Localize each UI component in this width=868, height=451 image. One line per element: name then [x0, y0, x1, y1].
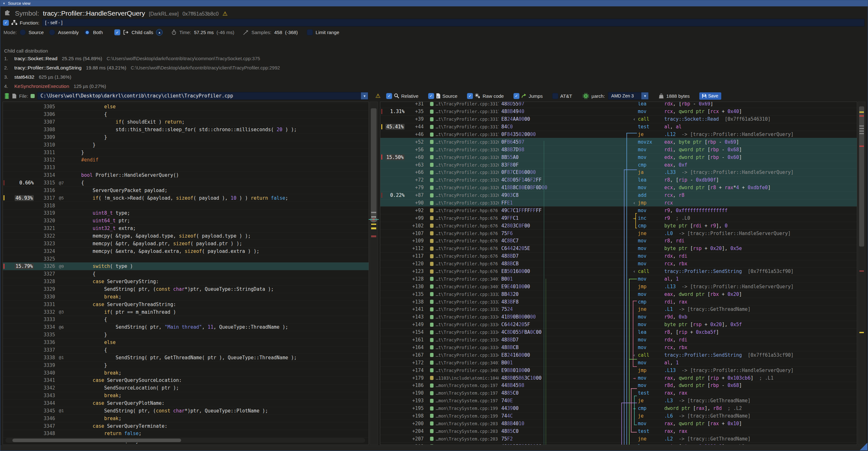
asm-source-location[interactable]: …mon\TracySystem.cpp:258 — [436, 444, 499, 445]
asm-source-location[interactable]: …t\TracyProfiler.cpp:3334 — [436, 337, 499, 342]
asm-source-location[interactable]: …t\TracyProfiler.cpp:3401 — [436, 368, 499, 373]
source-line[interactable]: 3335} — [3, 331, 369, 338]
asm-row[interactable]: +72…t\TracyProfiler.cpp:33264C8D05F146F2… — [380, 176, 857, 184]
asm-source-location[interactable]: …t\TracyProfiler.hpp:676 — [436, 246, 499, 251]
asm-row[interactable]: +123…t\TracyProfiler.hpp:676E850160000‹c… — [380, 268, 857, 275]
source-line[interactable]: 3343break; — [3, 392, 369, 399]
asm-source-location[interactable]: …t\TracyProfiler.hpp:676 — [436, 253, 499, 259]
source-location-icon[interactable] — [430, 201, 434, 205]
function-select[interactable]: [ - self - ] — [42, 19, 865, 26]
source-location-icon[interactable] — [430, 102, 434, 106]
source-line[interactable]: 3323memcpy( &ptr, &payload.ptr, sizeof( … — [3, 240, 369, 247]
source-location-icon[interactable] — [430, 223, 434, 228]
asm-source-location[interactable]: …t\TracyProfiler.cpp:3326 — [436, 177, 499, 182]
asm-source-location[interactable]: …t\TracyProfiler.cpp:3326 — [436, 185, 499, 190]
asm-source-location[interactable]: …t\TracyProfiler.hpp:676 — [436, 238, 499, 243]
asm-row[interactable]: +172…t\TracyProfiler.cpp:3401B001moval, … — [380, 359, 857, 366]
asm-row[interactable]: +179…1103\include\atomic:1048488B05B63C1… — [380, 374, 857, 382]
child-calls-checkbox[interactable]: ✓ — [114, 29, 120, 35]
source-location-icon[interactable] — [430, 307, 434, 311]
collapse-icon[interactable]: ▼ — [3, 2, 5, 5]
source-line[interactable]: 3314bool Profiler::HandleServerQuery() — [3, 171, 369, 179]
source-line[interactable]: 3342SendSourceLocation( ptr ); — [3, 384, 369, 392]
source-line[interactable]: 3306{ — [3, 111, 369, 118]
bottom-scrollbar[interactable] — [0, 446, 868, 451]
asm-row[interactable]: +39…t\TracyProfiler.cpp:3317E824AA0000‹c… — [380, 115, 857, 123]
asm-source-location[interactable]: …mon\TracySystem.cpp:197 — [436, 398, 499, 403]
source-line[interactable]: 3316ServerQueryPacket payload; — [3, 186, 369, 194]
asm-row[interactable]: +90…t\TracyProfiler.cpp:3326FFE1‹jmprcx — [380, 199, 857, 207]
asm-source-location[interactable]: …t\TracyProfiler.hpp:676 — [436, 216, 499, 221]
mode-radio-source[interactable] — [20, 29, 26, 35]
mode-radio-both[interactable] — [84, 29, 90, 35]
asm-row[interactable]: +200…mon\TracySystem.cpp:203488B4010movr… — [380, 419, 857, 427]
save-button[interactable]: Save — [699, 92, 721, 100]
child-call-row[interactable]: 2.tracy::Profiler::SendLongString19.88 m… — [4, 65, 865, 74]
uarch-select[interactable]: AMD Zen 3 ▼ — [608, 92, 649, 100]
source-location-icon[interactable] — [430, 155, 434, 159]
source-line[interactable]: 3337{ — [3, 346, 369, 354]
source-vscrollbar[interactable] — [370, 101, 378, 445]
source-line[interactable]: 3348return false; — [3, 430, 369, 437]
asm-source-location[interactable]: …t\TracyProfiler.cpp:3401 — [436, 284, 499, 289]
asm-row[interactable]: +92…t\TracyProfiler.hpp:67649C7C1FFFFFFF… — [380, 206, 857, 214]
source-line[interactable]: 3339} — [3, 361, 369, 369]
source-location-icon[interactable] — [430, 284, 434, 289]
source-line[interactable]: 3312#endif — [3, 156, 369, 164]
source-line[interactable]: 3341case ServerQuerySourceLocation: — [3, 377, 369, 384]
asm-row[interactable]: +207…mon\TracySystem.cpp:20375F2jne.L2 -… — [380, 435, 857, 442]
asm-source-location[interactable]: …t\TracyProfiler.hpp:676 — [436, 261, 499, 266]
child-call-row[interactable]: 4.KeSynchronizeExecution125 µs (0.27%) — [4, 84, 865, 91]
source-location-icon[interactable] — [430, 399, 434, 403]
source-location-icon[interactable] — [430, 216, 434, 220]
titlebar[interactable]: ▼ Source view — [0, 0, 868, 6]
asm-source-location[interactable]: …t\TracyProfiler.cpp:3326 — [436, 162, 499, 168]
asm-row[interactable]: +190…mon\TracySystem.cpp:1974885C0testra… — [380, 389, 857, 397]
asm-source-location[interactable]: …t\TracyProfiler.cpp:3334 — [436, 330, 499, 335]
source-line[interactable]: 3345@1SendString( ptr, (const char*)ptr,… — [3, 407, 369, 414]
source-location-icon[interactable] — [430, 193, 434, 198]
asm-row[interactable]: +109…t\TracyProfiler.hpp:6764C8BC7movr8,… — [380, 237, 857, 245]
asm-source-location[interactable]: …mon\TracySystem.cpp:197 — [436, 383, 499, 388]
source-line[interactable]: 3319uint8_t type; — [3, 209, 369, 217]
asm-source-location[interactable]: …t\TracyProfiler.cpp:3401 — [436, 276, 499, 281]
asm-row[interactable]: +99…t\TracyProfiler.hpp:67649FFC1→incr9 … — [380, 214, 857, 222]
source-line[interactable]: 3318 — [3, 202, 369, 209]
assembly-vscrollbar[interactable] — [858, 101, 865, 445]
checkbox[interactable] — [552, 93, 558, 99]
source-line[interactable]: 3336else — [3, 338, 369, 346]
source-line[interactable]: 3340break; — [3, 369, 369, 377]
checkbox[interactable]: ✓ — [386, 93, 392, 99]
source-location-icon[interactable] — [430, 163, 434, 167]
asm-row[interactable]: +117…t\TracyProfiler.hpp:676488BD7movrdx… — [380, 252, 857, 260]
source-line[interactable]: 0.66%3315@7{ — [3, 179, 369, 187]
source-location-icon[interactable] — [430, 353, 434, 357]
source-line[interactable]: 15.79%3326@9switch( type ) — [3, 263, 369, 270]
file-select[interactable]: C:\Users\wolf\Desktop\darkrl\contrib\tra… — [37, 92, 368, 100]
toggle-relative[interactable]: ✓Relative — [386, 93, 418, 99]
asm-row[interactable]: +204…mon\TracySystem.cpp:2034885C0testra… — [380, 427, 857, 435]
source-location-icon[interactable] — [430, 315, 434, 319]
asm-source-location[interactable]: …t\TracyProfiler.hpp:676 — [436, 231, 499, 236]
source-location-icon[interactable] — [430, 345, 434, 350]
source-line[interactable]: 3329SendString( ptr, (const char*)ptr, Q… — [3, 285, 369, 293]
asm-source-location[interactable]: …t\TracyProfiler.hpp:676 — [436, 269, 499, 274]
source-location-icon[interactable] — [430, 437, 434, 441]
checkbox[interactable]: ✓ — [428, 93, 434, 99]
scrollbar-thumb[interactable] — [859, 107, 864, 246]
asm-row[interactable]: +52…t\TracyProfiler.cpp:33260FB64597movz… — [380, 138, 857, 146]
asm-row[interactable]: +167…t\TracyProfiler.cpp:3334E824160000‹… — [380, 351, 857, 359]
chevron-down-icon[interactable]: ▼ — [641, 92, 648, 99]
child-calls-up-button[interactable]: ▲ — [156, 29, 163, 36]
asm-source-location[interactable]: …mon\TracySystem.cpp:199 — [436, 406, 499, 411]
source-location-icon[interactable] — [430, 178, 434, 182]
source-location-icon[interactable] — [430, 330, 434, 334]
checkbox[interactable]: ✓ — [467, 93, 473, 99]
source-line[interactable]: 3320uint64_t ptr; — [3, 217, 369, 224]
asm-source-location[interactable]: …t\TracyProfiler.cpp:3334 — [436, 322, 499, 327]
source-location-icon[interactable] — [430, 444, 434, 445]
asm-row[interactable]: +193…mon\TracySystem.cpp:197740Eje.L3 ->… — [380, 397, 857, 404]
asm-source-location[interactable]: …t\TracyProfiler.cpp:3317 — [436, 117, 499, 122]
toggle-raw-code[interactable]: ✓Raw code — [467, 93, 504, 99]
asm-source-location[interactable]: …mon\TracySystem.cpp:203 — [436, 429, 499, 434]
